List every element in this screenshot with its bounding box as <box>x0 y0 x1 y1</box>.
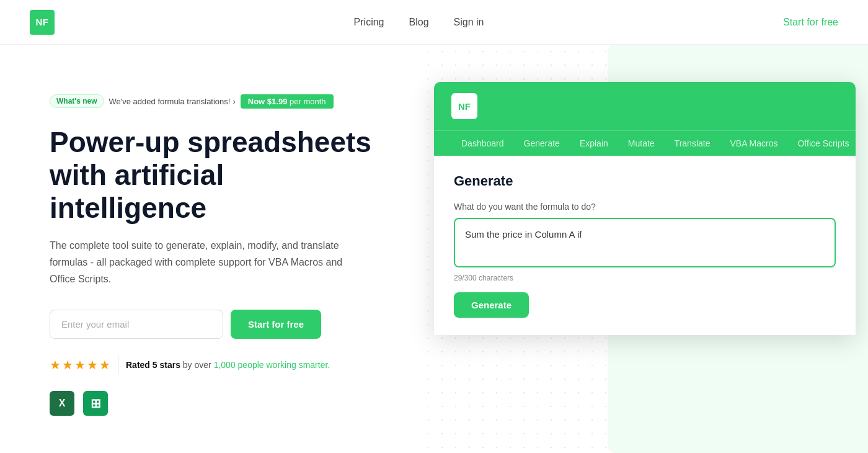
app-logo-text: NF <box>458 101 471 112</box>
price-badge-suffix: per month <box>287 97 326 106</box>
stars-row: ★ ★ ★ ★ ★ Rated 5 stars by over 1,000 pe… <box>50 356 384 374</box>
hero-section: What's new We've added formula translati… <box>0 45 868 453</box>
hero-headline: Power-up spreadsheets with artificial in… <box>50 126 384 225</box>
badge-link[interactable]: We've added formula translations! › <box>109 97 236 106</box>
excel-label: X <box>59 398 66 409</box>
app-logo: NF <box>451 93 477 119</box>
star-1: ★ <box>50 357 61 372</box>
app-char-count: 29/300 characters <box>454 274 836 282</box>
hero-subtext: The complete tool suite to generate, exp… <box>50 237 360 288</box>
star-4: ★ <box>87 357 98 372</box>
platform-logos: X ⊞ <box>50 391 384 416</box>
app-nav-office-scripts[interactable]: Office Scripts <box>787 131 856 156</box>
app-nav-mutate[interactable]: Mutate <box>618 131 665 156</box>
cta-row: Start for free <box>50 310 384 339</box>
logo: NF <box>30 10 55 35</box>
star-rating: ★ ★ ★ ★ ★ <box>50 357 110 372</box>
nav-blog[interactable]: Blog <box>409 17 429 28</box>
badge-arrow-icon: › <box>232 97 235 106</box>
email-input[interactable] <box>50 310 223 339</box>
stars-divider <box>118 356 118 374</box>
star-5: ★ <box>99 357 110 372</box>
star-2: ★ <box>62 357 73 372</box>
price-badge: Now $1.99 per month <box>241 94 334 109</box>
badge-new: What's new <box>50 94 104 108</box>
price-badge-amount: Now $1.99 <box>248 97 288 106</box>
badge-link-text: We've added formula translations! <box>109 97 231 106</box>
app-nav-generate[interactable]: Generate <box>514 131 570 156</box>
nav-signin[interactable]: Sign in <box>454 17 484 28</box>
rated-text: Rated 5 stars <box>126 360 180 370</box>
app-header: NF <box>434 82 856 130</box>
nav-cta[interactable]: Start for free <box>783 17 838 28</box>
nav-pricing[interactable]: Pricing <box>354 17 384 28</box>
app-body: Generate What do you want the formula to… <box>434 156 856 335</box>
app-nav-translate[interactable]: Translate <box>665 131 720 156</box>
app-nav-dashboard[interactable]: Dashboard <box>451 131 514 156</box>
app-section-title: Generate <box>454 173 836 189</box>
rated-highlight: 1,000 people working smarter. <box>214 360 330 370</box>
excel-logo: X <box>50 391 74 416</box>
hero-right: NF Dashboard Generate Explain Mutate Tra… <box>422 45 868 453</box>
app-window: NF Dashboard Generate Explain Mutate Tra… <box>434 82 856 335</box>
app-nav-vba-macros[interactable]: VBA Macros <box>720 131 787 156</box>
headline-line2: with artificial intelligence <box>50 159 224 224</box>
app-generate-button[interactable]: Generate <box>454 292 529 318</box>
whats-new-banner: What's new We've added formula translati… <box>50 94 384 109</box>
rated-suffix: by over <box>183 360 214 370</box>
nav-links: Pricing Blog Sign in <box>354 17 484 28</box>
sheets-logo: ⊞ <box>83 391 108 416</box>
sheets-label: ⊞ <box>91 396 101 411</box>
app-field-label: What do you want the formula to do? <box>454 202 836 212</box>
stars-text: Rated 5 stars by over 1,000 people worki… <box>126 360 330 370</box>
hero-left: What's new We've added formula translati… <box>0 45 422 453</box>
app-nav: Dashboard Generate Explain Mutate Transl… <box>434 130 856 156</box>
logo-text: NF <box>36 17 49 27</box>
headline-line1: Power-up spreadsheets <box>50 126 371 158</box>
star-3: ★ <box>74 357 86 372</box>
navbar: NF Pricing Blog Sign in Start for free <box>0 0 868 45</box>
app-nav-explain[interactable]: Explain <box>570 131 618 156</box>
app-textarea[interactable]: Sum the price in Column A if <box>454 218 836 267</box>
start-for-free-button[interactable]: Start for free <box>231 310 321 339</box>
